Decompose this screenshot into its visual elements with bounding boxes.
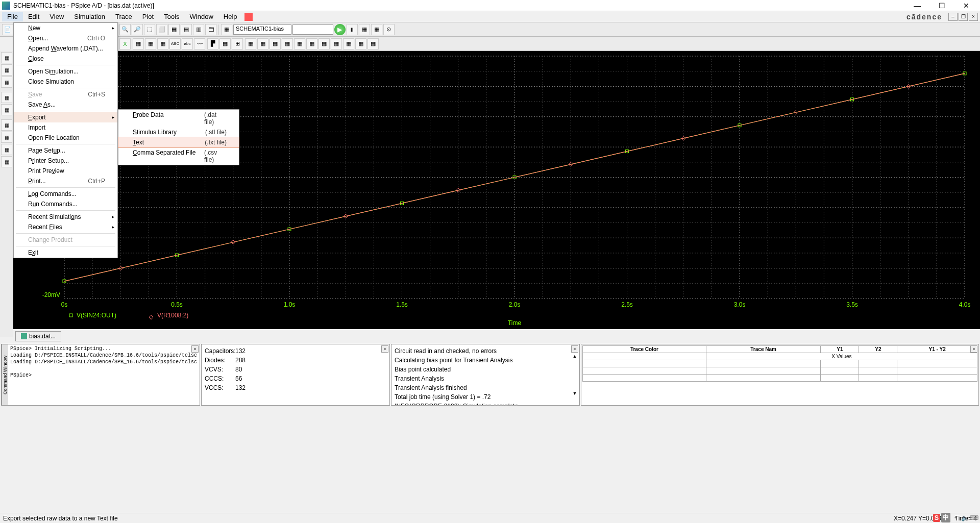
schematic-combo[interactable]: SCHEMATIC1-bias [233, 24, 291, 35]
file-append[interactable]: Append Waveform (.DAT)... [14, 43, 117, 54]
toolbar-icon[interactable]: ▦ [343, 38, 354, 49]
mdi-restore-button[interactable]: ❐ [959, 13, 968, 21]
excel-icon[interactable]: X [119, 38, 131, 49]
menu-file[interactable]: File [2, 12, 23, 21]
toolbar-icon[interactable]: ▦ [133, 38, 144, 49]
toolbar-icon[interactable]: ▦ [219, 38, 231, 49]
toolbar-icon[interactable]: ▦ [245, 38, 256, 49]
tool-icon[interactable]: ▦ [1, 92, 12, 103]
menu-window[interactable]: Window [185, 12, 218, 21]
menu-trace[interactable]: Trace [110, 12, 137, 21]
messages-body[interactable]: Circuit read in and checked, no errorsCa… [391, 344, 579, 405]
zoom-fit-icon[interactable]: ⬜ [156, 24, 167, 35]
toolbar-icon[interactable]: ⊞ [232, 38, 243, 49]
toolbar-icon[interactable]: ▦ [270, 38, 281, 49]
toolbar-icon[interactable]: ⊙ [383, 24, 395, 35]
cursor-icon[interactable]: ▛ [207, 38, 218, 49]
tool-icon[interactable]: ▦ [1, 156, 12, 167]
file-open-location[interactable]: Open File Location [14, 133, 117, 143]
tool-icon[interactable]: ▦ [1, 132, 12, 143]
tool-icon[interactable]: ▦ [1, 144, 12, 155]
file-recent-files[interactable]: Recent Files▸ [14, 222, 117, 232]
file-new[interactable]: New▸ [14, 23, 117, 33]
toolbar-icon[interactable]: ▦ [145, 38, 156, 49]
th-y1y2[interactable]: Y1 - Y2 [897, 346, 977, 353]
toolbar-icon[interactable]: 🗔 [205, 24, 216, 35]
file-printer-setup[interactable]: Printer Setup... [14, 156, 117, 166]
run-button[interactable]: ▶ [334, 24, 346, 35]
toolbar-icon[interactable]: ▦ [306, 38, 317, 49]
mdi-minimize-button[interactable]: – [948, 13, 958, 21]
file-exit[interactable]: Exit [14, 247, 117, 258]
toolbar-icon[interactable]: ▦ [257, 38, 268, 49]
toolbar-icon[interactable]: ▦ [331, 38, 342, 49]
export-probe[interactable]: Probe Data(.dat file) [118, 110, 239, 127]
minimize-button[interactable]: — [905, 0, 929, 11]
panel-close-button[interactable]: × [970, 345, 977, 353]
menu-help[interactable]: Help [218, 12, 242, 21]
maximize-button[interactable]: ☐ [930, 0, 953, 11]
toolbar-icon[interactable]: ▦ [157, 38, 168, 49]
file-print-preview[interactable]: Print Preview [14, 166, 117, 176]
file-export[interactable]: Export▸ [14, 112, 117, 122]
waveform-plot[interactable]: 0s0.5s1.0s1.5s2.0s2.5s3.0s3.5s4.0s-20mVT… [13, 51, 980, 329]
file-import[interactable]: Import [14, 122, 117, 133]
zoom-out-icon[interactable]: 🔎 [132, 24, 143, 35]
close-button[interactable]: ✕ [954, 0, 978, 11]
doc-tab-bias[interactable]: bias.dat... [15, 331, 61, 341]
tool-icon[interactable]: ▦ [1, 64, 12, 76]
panel-close-button[interactable]: × [571, 345, 578, 353]
menu-tools[interactable]: Tools [159, 12, 184, 21]
abc-icon[interactable]: abc [182, 38, 193, 49]
zoom-area-icon[interactable]: ⬚ [144, 24, 155, 35]
zoom-in-icon[interactable]: 🔍 [119, 24, 131, 35]
file-save-as[interactable]: Save As... [14, 99, 117, 110]
plot-area[interactable]: 0s0.5s1.0s1.5s2.0s2.5s3.0s3.5s4.0s-20mVT… [13, 51, 980, 329]
tool-icon[interactable]: ▦ [1, 119, 12, 131]
file-page-setup[interactable]: Page Setup... [14, 145, 117, 156]
ime-lang[interactable]: 中 [941, 513, 950, 522]
file-open-sim[interactable]: Open Simulation... [14, 66, 117, 77]
export-csv[interactable]: Comma Separated File(.csv file) [118, 147, 239, 165]
file-close-sim[interactable]: Close Simulation [14, 77, 117, 87]
tool-icon[interactable]: ▦ [1, 52, 12, 63]
file-print[interactable]: Print...Ctrl+P [14, 176, 117, 186]
toolbar-icon[interactable]: ▦ [368, 38, 379, 49]
mdi-close-button[interactable]: × [969, 13, 978, 21]
th-y2[interactable]: Y2 [859, 346, 897, 353]
th-y1[interactable]: Y1 [821, 346, 859, 353]
file-recent-sim[interactable]: Recent Simulations▸ [14, 212, 117, 222]
file-run-commands[interactable]: Run Commands... [14, 199, 117, 209]
tool-icon[interactable]: ▦ [1, 104, 12, 115]
toolbar-icon[interactable]: ▦ [168, 24, 180, 35]
toolbar-icon[interactable]: ▦ [359, 24, 370, 35]
help-icon[interactable] [244, 13, 253, 21]
panel-close-button[interactable]: × [381, 345, 388, 353]
scroll-down-icon[interactable]: ▼ [571, 391, 578, 396]
export-stimulus[interactable]: Stimulus Library(.stl file) [118, 127, 239, 137]
tool-icon[interactable]: ▦ [1, 77, 12, 88]
menu-view[interactable]: View [44, 12, 69, 21]
th-trace-name[interactable]: Trace Nam [706, 346, 821, 353]
toolbar-icon[interactable]: ▦ [294, 38, 305, 49]
tray-icon[interactable]: • [951, 514, 960, 522]
file-close[interactable]: Close [14, 54, 117, 64]
new-icon[interactable]: 📄 [2, 24, 13, 35]
tray-icon[interactable]: ⌨ [970, 514, 978, 522]
panel-close-button[interactable]: × [191, 345, 199, 353]
th-trace-color[interactable]: Trace Color [583, 346, 706, 353]
file-log-commands[interactable]: Log Commands... [14, 189, 117, 199]
toolbar-icon[interactable]: ▦ [221, 24, 232, 35]
toolbar-icon[interactable]: ▤ [181, 24, 192, 35]
export-text[interactable]: Text(.txt file) [118, 137, 239, 148]
toolbar-icon[interactable]: ▦ [355, 38, 366, 49]
profile-combo[interactable] [292, 24, 333, 35]
toolbar-icon[interactable]: ▥ [193, 24, 204, 35]
pause-icon[interactable]: ⏸ [347, 24, 358, 35]
menu-simulation[interactable]: Simulation [69, 12, 110, 21]
abc-icon[interactable]: ABC [169, 38, 181, 49]
tray-icon[interactable]: 🔈 [961, 514, 969, 522]
toolbar-icon[interactable]: ▦ [282, 38, 293, 49]
toolbar-icon[interactable]: ▦ [318, 38, 330, 49]
ime-badge[interactable]: S [933, 514, 940, 522]
